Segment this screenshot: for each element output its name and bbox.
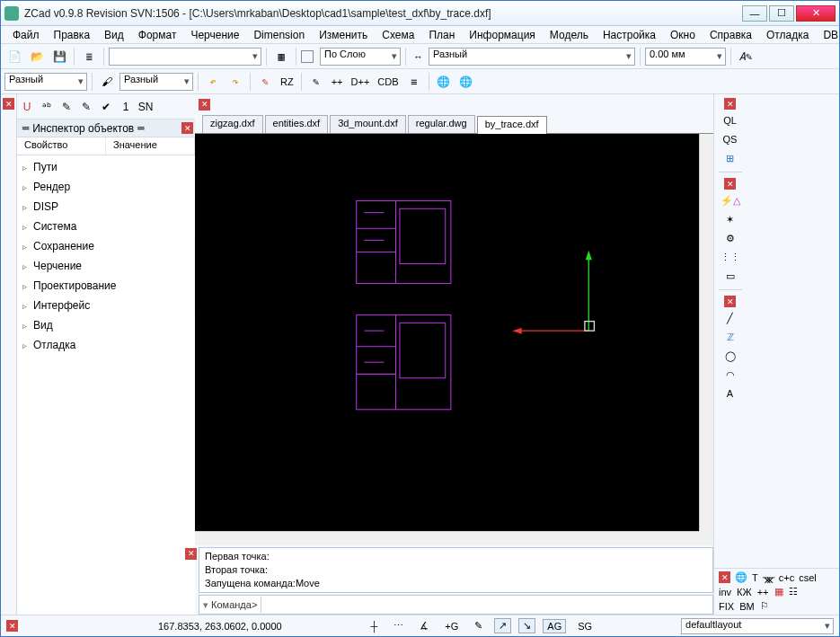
br-close-icon[interactable] <box>719 571 730 583</box>
sn-label[interactable]: SN <box>137 99 154 115</box>
n-icon[interactable]: ℤ <box>719 329 742 345</box>
menu-правка[interactable]: Правка <box>48 27 97 43</box>
col-property[interactable]: Свойство <box>17 137 106 155</box>
tree-item[interactable]: ▹Вид <box>17 315 195 335</box>
tree-item[interactable]: ▹Система <box>17 217 195 236</box>
layer-combo[interactable] <box>109 48 261 66</box>
red-grid-icon[interactable]: ▦ <box>774 586 783 597</box>
inspector-close-icon[interactable] <box>181 122 193 134</box>
menu-информация[interactable]: Информация <box>463 27 541 43</box>
snap-grid-icon[interactable]: ┼ <box>367 619 383 633</box>
flag-icon[interactable]: ⚐ <box>760 600 769 612</box>
tree-item[interactable]: ▹Пути <box>17 157 195 177</box>
close-panel-icon[interactable] <box>3 98 14 110</box>
kzh-button[interactable]: КЖ <box>737 587 752 597</box>
command-input[interactable] <box>261 597 712 613</box>
menu-окно[interactable]: Окно <box>664 27 702 43</box>
menu-настройка[interactable]: Настройка <box>597 27 662 43</box>
window-close[interactable] <box>796 5 836 22</box>
globe2-button[interactable]: 🌐 <box>456 72 476 92</box>
pp-label[interactable]: ++ <box>329 76 346 87</box>
snap-toggle-1[interactable]: ↗ <box>494 618 511 633</box>
qs-button[interactable]: QS <box>719 131 742 147</box>
list-button[interactable]: ≡ <box>404 72 424 92</box>
open-file-button[interactable]: 📂 <box>27 47 47 66</box>
tree-item[interactable]: ▹Рендер <box>17 177 195 197</box>
tree-item[interactable]: ▹Интерфейс <box>17 296 195 315</box>
text-style-button[interactable]: A✎ <box>736 47 756 66</box>
snap-toggle-2[interactable]: ↘ <box>518 618 535 633</box>
tool-icon-2[interactable]: ✎ <box>78 99 94 115</box>
tree-item[interactable]: ▹Черчение <box>17 256 195 276</box>
file-tab[interactable]: 3d_mount.dxf <box>330 115 406 133</box>
brush-button[interactable]: 🖌 <box>97 72 117 92</box>
menu-файл[interactable]: Файл <box>6 27 46 43</box>
gear-icon[interactable]: ⚙ <box>719 230 742 246</box>
square-icon[interactable]: ▭ <box>719 268 742 284</box>
new-file-button[interactable]: 📄 <box>4 47 24 66</box>
menu-изменить[interactable]: Изменить <box>313 27 374 43</box>
magnet-icon[interactable]: U <box>19 99 35 115</box>
globe1-button[interactable]: 🌐 <box>434 72 454 92</box>
dpp-label[interactable]: D++ <box>349 76 373 87</box>
wrench-icon[interactable]: ᚘ <box>763 571 774 583</box>
window-minimize[interactable] <box>742 5 767 22</box>
menu-dimension[interactable]: Dimension <box>247 27 311 43</box>
horizontal-scrollbar[interactable] <box>195 531 699 545</box>
vertical-scrollbar[interactable] <box>699 134 713 531</box>
layers-button[interactable]: ≣ <box>79 47 99 66</box>
menu-db[interactable]: DB <box>817 27 840 43</box>
arc-icon[interactable]: ◠ <box>719 367 742 383</box>
cdb-label[interactable]: CDB <box>375 76 401 87</box>
tree-icon[interactable]: ⊞ <box>719 150 742 166</box>
line-icon[interactable]: ╱ <box>719 310 742 326</box>
color-grid-button[interactable]: ▦ <box>271 47 291 66</box>
hammer-icon[interactable]: T <box>752 572 758 583</box>
tree-item[interactable]: ▹Сохранение <box>17 236 195 256</box>
pencil-toggle[interactable]: ✎ <box>470 618 487 633</box>
right-close-icon[interactable] <box>724 98 736 110</box>
globe-small-icon[interactable]: 🌐 <box>735 571 747 583</box>
combo-mid[interactable]: Разный <box>119 73 193 91</box>
file-tab[interactable]: regular.dwg <box>408 115 475 133</box>
lineweight-combo[interactable]: 0.00 мм <box>645 48 726 66</box>
angle-icon[interactable]: ∡ <box>415 618 433 633</box>
tool-icon-3[interactable]: ✔ <box>98 99 114 115</box>
menu-вид[interactable]: Вид <box>98 27 130 43</box>
csel-button[interactable]: csel <box>799 572 817 583</box>
inspector-tree[interactable]: ▹Пути▹Рендер▹DISP▹Система▹Сохранение▹Чер… <box>17 155 195 615</box>
pp2-button[interactable]: ++ <box>757 587 769 597</box>
bylayer-combo[interactable]: По Слою <box>320 48 401 66</box>
tabs-close-icon[interactable] <box>199 99 210 111</box>
menu-план[interactable]: План <box>422 27 461 43</box>
rz-label[interactable]: RZ <box>278 76 296 87</box>
tool-icon-1[interactable]: ✎ <box>58 99 75 115</box>
window-maximize[interactable] <box>769 5 794 22</box>
star-icon[interactable]: ✶ <box>719 211 742 227</box>
right-close-icon-3[interactable] <box>724 296 736 307</box>
combo-left[interactable]: Разный <box>4 73 87 91</box>
layout-combo[interactable]: defaultlayout <box>681 618 834 634</box>
menu-модель[interactable]: Модель <box>544 27 595 43</box>
g-toggle[interactable]: +G <box>440 619 463 633</box>
inv-button[interactable]: inv <box>719 587 731 597</box>
abc-icon[interactable]: ᵃᵇ <box>39 99 55 115</box>
tree-item[interactable]: ▹DISP <box>17 197 195 217</box>
fix-button[interactable]: FIX <box>719 601 734 612</box>
dotgrid-icon[interactable]: ⋮⋮ <box>719 249 742 265</box>
text-a-icon[interactable]: A <box>719 385 742 402</box>
right-close-icon-2[interactable] <box>724 178 736 190</box>
ql-button[interactable]: QL <box>719 112 742 128</box>
menu-отладка[interactable]: Отладка <box>760 27 815 43</box>
mini-icon[interactable]: ☷ <box>789 586 798 597</box>
file-tab[interactable]: by_trace.dxf <box>477 116 547 134</box>
tree-item[interactable]: ▹Проектирование <box>17 276 195 296</box>
file-tab[interactable]: zigzag.dxf <box>202 115 263 133</box>
menu-схема[interactable]: Схема <box>376 27 420 43</box>
bm-button[interactable]: BM <box>739 601 755 612</box>
col-value[interactable]: Значение <box>106 137 195 155</box>
sg-toggle[interactable]: SG <box>573 619 597 633</box>
save-button[interactable]: 💾 <box>49 47 69 66</box>
bolt-icon[interactable]: ⚡△ <box>719 192 742 208</box>
redo-button[interactable]: ↷ <box>225 72 245 92</box>
